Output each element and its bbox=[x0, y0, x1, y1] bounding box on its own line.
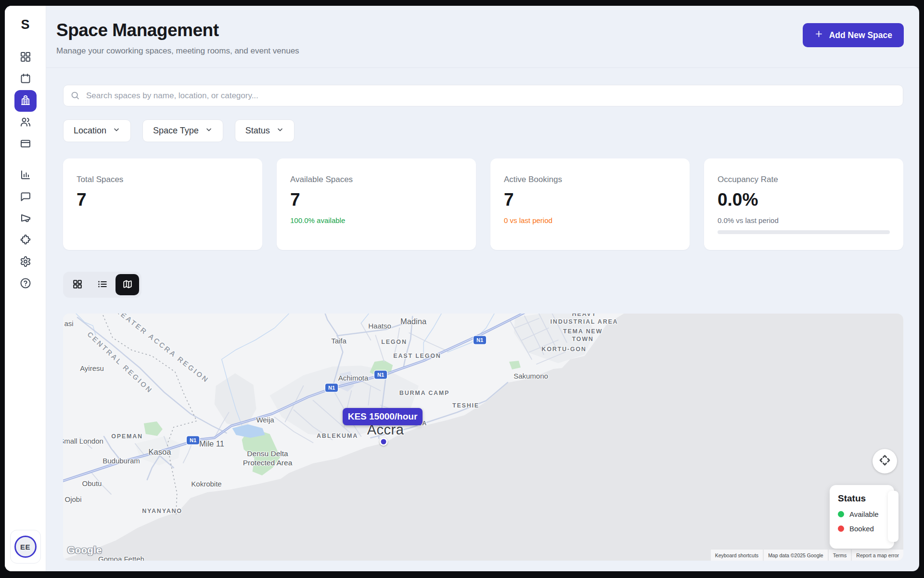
grid-icon bbox=[20, 51, 31, 65]
main-content: Space Management Manage your coworking s… bbox=[46, 6, 919, 571]
sidebar-item-billing[interactable] bbox=[14, 133, 37, 155]
map-attribution: Keyboard shortcuts Map data ©2025 Google… bbox=[711, 550, 903, 561]
stat-sub: 100.0% available bbox=[290, 216, 462, 224]
map-base bbox=[63, 314, 903, 561]
map-pan-control[interactable] bbox=[873, 449, 897, 473]
map[interactable]: asiGREATER ACCRA REGIONCENTRAL REGIONAyi… bbox=[63, 314, 903, 561]
location-filter-label: Location bbox=[74, 126, 106, 136]
stat-sub: 0.0% vs last period bbox=[718, 216, 890, 224]
search-bar bbox=[63, 85, 903, 106]
status-legend: Status Available Booked bbox=[830, 485, 894, 549]
status-filter[interactable]: Status bbox=[235, 119, 295, 142]
puzzle-icon bbox=[20, 234, 31, 248]
page-title: Space Management bbox=[56, 20, 299, 40]
space-location-dot[interactable] bbox=[380, 438, 388, 446]
stat-label: Occupancy Rate bbox=[718, 175, 890, 184]
app-window: S bbox=[5, 6, 919, 571]
legend-booked-label: Booked bbox=[849, 525, 874, 533]
legend-item-booked: Booked bbox=[838, 525, 894, 533]
user-menu[interactable]: EE bbox=[10, 530, 41, 564]
sidebar-footer: EE bbox=[10, 530, 41, 564]
settings-icon bbox=[20, 256, 31, 269]
available-dot-icon bbox=[838, 511, 844, 517]
sidebar: S bbox=[5, 6, 46, 571]
grid-view-button[interactable] bbox=[65, 274, 89, 295]
bar-chart-icon bbox=[20, 169, 31, 183]
map-view-icon bbox=[122, 279, 133, 291]
search-icon bbox=[70, 91, 80, 101]
stat-card: Available Spaces 7 100.0% available bbox=[277, 158, 476, 250]
sidebar-item-messages[interactable] bbox=[14, 186, 37, 208]
space-price-marker[interactable]: KES 15000/hour bbox=[343, 408, 423, 425]
building-icon bbox=[20, 94, 31, 108]
stat-label: Active Bookings bbox=[504, 175, 676, 184]
chevron-down-icon bbox=[276, 126, 284, 136]
keyboard-shortcuts-link[interactable]: Keyboard shortcuts bbox=[711, 550, 763, 561]
location-filter[interactable]: Location bbox=[63, 119, 131, 142]
sidebar-item-integrations[interactable] bbox=[14, 230, 37, 251]
report-map-error-link[interactable]: Report a map error bbox=[852, 550, 903, 561]
page-header-text: Space Management Manage your coworking s… bbox=[56, 20, 299, 56]
grid-view-icon bbox=[72, 279, 83, 291]
stat-value: 7 bbox=[504, 190, 676, 210]
search-input[interactable] bbox=[63, 85, 903, 106]
sidebar-item-bookings[interactable] bbox=[14, 68, 37, 90]
page-header: Space Management Manage your coworking s… bbox=[46, 6, 919, 68]
sidebar-item-analytics[interactable] bbox=[14, 165, 37, 186]
terms-link[interactable]: Terms bbox=[829, 550, 851, 561]
megaphone-icon bbox=[20, 212, 31, 226]
users-icon bbox=[20, 116, 31, 130]
pan-arrows-icon bbox=[878, 454, 891, 469]
plus-icon bbox=[814, 29, 823, 41]
sidebar-item-announcements[interactable] bbox=[14, 208, 37, 230]
chevron-down-icon bbox=[205, 126, 213, 136]
status-filter-label: Status bbox=[245, 126, 270, 136]
stat-card: Active Bookings 7 0 vs last period bbox=[490, 158, 690, 250]
stat-card: Total Spaces 7 bbox=[63, 158, 262, 250]
stat-value: 7 bbox=[290, 190, 462, 210]
view-toggle-row bbox=[63, 272, 903, 298]
sidebar-nav bbox=[14, 47, 37, 295]
list-view-button[interactable] bbox=[90, 274, 114, 295]
occupancy-progress-bar bbox=[718, 230, 890, 234]
map-data-credit: Map data ©2025 Google bbox=[764, 550, 828, 561]
view-toggle-group bbox=[63, 272, 141, 298]
app-logo: S bbox=[21, 17, 29, 32]
stat-value: 7 bbox=[77, 190, 249, 210]
sidebar-item-help[interactable] bbox=[14, 273, 37, 295]
sidebar-item-members[interactable] bbox=[14, 112, 37, 133]
credit-card-icon bbox=[20, 138, 31, 151]
help-icon bbox=[20, 277, 31, 291]
legend-title: Status bbox=[838, 493, 894, 504]
avatar[interactable]: EE bbox=[14, 536, 37, 558]
sidebar-item-settings[interactable] bbox=[14, 251, 37, 273]
add-new-space-button[interactable]: Add New Space bbox=[803, 23, 904, 47]
space-type-filter-label: Space Type bbox=[153, 126, 199, 136]
chevron-down-icon bbox=[113, 126, 120, 136]
calendar-icon bbox=[20, 73, 31, 86]
map-view-button[interactable] bbox=[116, 274, 139, 295]
booked-dot-icon bbox=[838, 525, 844, 532]
google-logo: Google bbox=[67, 545, 102, 556]
stats-row: Total Spaces 7 Available Spaces 7 100.0%… bbox=[63, 158, 903, 250]
add-new-space-label: Add New Space bbox=[829, 30, 892, 40]
stat-card: Occupancy Rate 0.0% 0.0% vs last period bbox=[704, 158, 903, 250]
list-view-icon bbox=[97, 279, 108, 291]
sidebar-item-spaces[interactable] bbox=[14, 90, 37, 112]
legend-item-available: Available bbox=[838, 510, 894, 518]
stat-label: Total Spaces bbox=[77, 175, 249, 184]
stat-label: Available Spaces bbox=[290, 175, 462, 184]
sidebar-item-dashboard[interactable] bbox=[14, 47, 37, 68]
page-body: Location Space Type Status Total Spaces … bbox=[46, 68, 919, 561]
stat-value: 0.0% bbox=[718, 190, 890, 210]
page-subtitle: Manage your coworking spaces, meeting ro… bbox=[56, 46, 299, 56]
filter-row: Location Space Type Status bbox=[63, 119, 903, 142]
stat-sub: 0 vs last period bbox=[504, 216, 676, 224]
legend-available-label: Available bbox=[849, 510, 879, 518]
space-type-filter[interactable]: Space Type bbox=[142, 119, 223, 142]
message-icon bbox=[20, 191, 31, 204]
